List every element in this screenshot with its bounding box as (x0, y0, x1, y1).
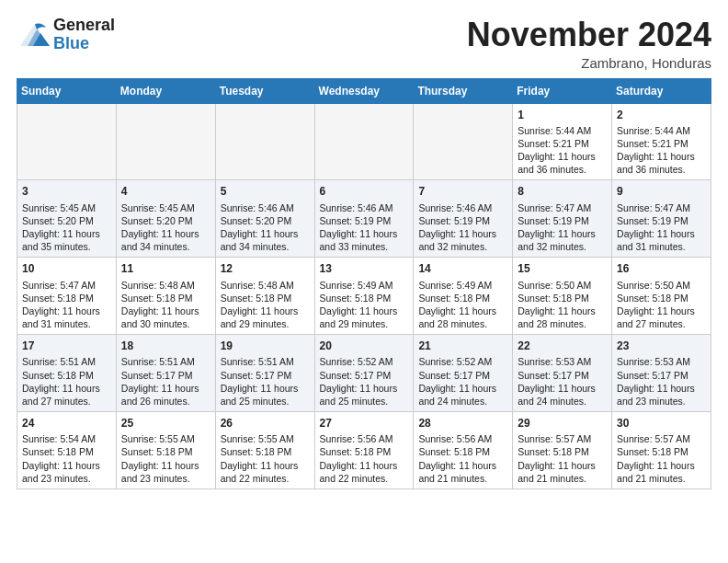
day-number: 7 (418, 184, 507, 199)
logo-label: General Blue (53, 17, 115, 53)
sunrise-text: Sunrise: 5:46 AM (418, 202, 492, 213)
sunset-text: Sunset: 5:21 PM (518, 138, 589, 149)
daylight-text: Daylight: 11 hours and 24 minutes. (418, 383, 496, 407)
location: Zambrano, Honduras (467, 55, 711, 71)
sunrise-text: Sunrise: 5:44 AM (617, 125, 690, 136)
sunset-text: Sunset: 5:17 PM (221, 370, 292, 381)
calendar-cell: 10Sunrise: 5:47 AMSunset: 5:18 PMDayligh… (17, 258, 117, 335)
daylight-text: Daylight: 11 hours and 28 minutes. (518, 305, 596, 329)
header-friday: Friday (513, 78, 612, 103)
daylight-text: Daylight: 11 hours and 23 minutes. (22, 460, 100, 484)
day-number: 4 (121, 184, 210, 199)
day-number: 29 (518, 416, 607, 431)
sunrise-text: Sunrise: 5:48 AM (221, 280, 294, 291)
calendar-cell: 24Sunrise: 5:54 AMSunset: 5:18 PMDayligh… (17, 412, 117, 489)
sunrise-text: Sunrise: 5:49 AM (320, 280, 393, 291)
sunset-text: Sunset: 5:18 PM (320, 293, 392, 304)
sunset-text: Sunset: 5:18 PM (418, 446, 490, 457)
logo: General Blue (17, 17, 115, 53)
daylight-text: Daylight: 11 hours and 36 minutes. (518, 151, 596, 175)
sunset-text: Sunset: 5:18 PM (121, 293, 193, 304)
daylight-text: Daylight: 11 hours and 31 minutes. (22, 305, 100, 329)
daylight-text: Daylight: 11 hours and 23 minutes. (617, 383, 695, 407)
daylight-text: Daylight: 11 hours and 23 minutes. (121, 460, 199, 484)
sunrise-text: Sunrise: 5:46 AM (320, 202, 393, 213)
day-number: 8 (518, 184, 607, 199)
day-number: 16 (617, 261, 706, 276)
day-number: 14 (418, 261, 507, 276)
daylight-text: Daylight: 11 hours and 29 minutes. (221, 305, 299, 329)
sunrise-text: Sunrise: 5:50 AM (518, 280, 591, 291)
calendar-cell: 7Sunrise: 5:46 AMSunset: 5:19 PMDaylight… (414, 180, 513, 258)
calendar-cell (414, 103, 513, 180)
calendar-cell: 20Sunrise: 5:52 AMSunset: 5:17 PMDayligh… (314, 335, 414, 412)
day-number: 11 (121, 261, 210, 276)
day-number: 10 (22, 261, 111, 276)
sunrise-text: Sunrise: 5:51 AM (121, 356, 195, 367)
day-number: 24 (22, 416, 111, 431)
sunrise-text: Sunrise: 5:50 AM (617, 280, 690, 291)
sunset-text: Sunset: 5:17 PM (617, 370, 688, 381)
calendar-cell: 23Sunrise: 5:53 AMSunset: 5:17 PMDayligh… (612, 335, 711, 412)
sunset-text: Sunset: 5:20 PM (121, 215, 193, 226)
sunset-text: Sunset: 5:17 PM (418, 370, 490, 381)
week-row-5: 24Sunrise: 5:54 AMSunset: 5:18 PMDayligh… (17, 412, 711, 489)
calendar-cell: 11Sunrise: 5:48 AMSunset: 5:18 PMDayligh… (116, 258, 215, 335)
sunrise-text: Sunrise: 5:57 AM (518, 433, 591, 444)
day-number: 30 (617, 416, 706, 431)
sunrise-text: Sunrise: 5:55 AM (121, 433, 195, 444)
day-number: 13 (320, 261, 409, 276)
day-number: 18 (121, 339, 210, 353)
calendar-cell: 15Sunrise: 5:50 AMSunset: 5:18 PMDayligh… (513, 258, 612, 335)
sunset-text: Sunset: 5:19 PM (418, 215, 490, 226)
calendar-cell: 27Sunrise: 5:56 AMSunset: 5:18 PMDayligh… (314, 412, 414, 489)
header-thursday: Thursday (414, 78, 513, 103)
day-number: 6 (320, 184, 409, 199)
calendar-cell: 30Sunrise: 5:57 AMSunset: 5:18 PMDayligh… (612, 412, 711, 489)
logo-icon (17, 20, 51, 50)
sunset-text: Sunset: 5:17 PM (518, 370, 589, 381)
sunrise-text: Sunrise: 5:48 AM (121, 280, 195, 291)
calendar-cell: 5Sunrise: 5:46 AMSunset: 5:20 PMDaylight… (215, 180, 314, 258)
day-number: 19 (221, 339, 310, 353)
sunrise-text: Sunrise: 5:57 AM (617, 433, 690, 444)
day-number: 26 (221, 416, 310, 431)
calendar-cell: 18Sunrise: 5:51 AMSunset: 5:17 PMDayligh… (116, 335, 215, 412)
sunset-text: Sunset: 5:18 PM (418, 293, 490, 304)
calendar-cell: 19Sunrise: 5:51 AMSunset: 5:17 PMDayligh… (215, 335, 314, 412)
calendar-cell: 28Sunrise: 5:56 AMSunset: 5:18 PMDayligh… (414, 412, 513, 489)
sunrise-text: Sunrise: 5:56 AM (320, 433, 393, 444)
calendar-table: Sunday Monday Tuesday Wednesday Thursday… (17, 78, 711, 489)
daylight-text: Daylight: 11 hours and 34 minutes. (121, 228, 199, 252)
daylight-text: Daylight: 11 hours and 30 minutes. (121, 305, 199, 329)
day-number: 15 (518, 261, 607, 276)
sunrise-text: Sunrise: 5:51 AM (221, 356, 294, 367)
calendar-header: Sunday Monday Tuesday Wednesday Thursday… (17, 78, 711, 103)
calendar-cell (17, 103, 117, 180)
calendar-cell (314, 103, 414, 180)
logo-blue-text: Blue (53, 35, 115, 53)
calendar-cell: 21Sunrise: 5:52 AMSunset: 5:17 PMDayligh… (414, 335, 513, 412)
calendar-body: 1Sunrise: 5:44 AMSunset: 5:21 PMDaylight… (17, 103, 711, 488)
sunset-text: Sunset: 5:18 PM (121, 446, 193, 457)
daylight-text: Daylight: 11 hours and 27 minutes. (617, 305, 695, 329)
daylight-text: Daylight: 11 hours and 21 minutes. (617, 460, 695, 484)
calendar-cell: 14Sunrise: 5:49 AMSunset: 5:18 PMDayligh… (414, 258, 513, 335)
sunset-text: Sunset: 5:19 PM (617, 215, 688, 226)
daylight-text: Daylight: 11 hours and 21 minutes. (418, 460, 496, 484)
daylight-text: Daylight: 11 hours and 35 minutes. (22, 228, 100, 252)
sunset-text: Sunset: 5:18 PM (320, 446, 392, 457)
sunrise-text: Sunrise: 5:53 AM (617, 356, 690, 367)
calendar-cell: 2Sunrise: 5:44 AMSunset: 5:21 PMDaylight… (612, 103, 711, 180)
sunrise-text: Sunrise: 5:56 AM (418, 433, 492, 444)
sunset-text: Sunset: 5:20 PM (221, 215, 292, 226)
calendar-cell: 9Sunrise: 5:47 AMSunset: 5:19 PMDaylight… (612, 180, 711, 258)
sunset-text: Sunset: 5:17 PM (320, 370, 392, 381)
calendar-cell: 25Sunrise: 5:55 AMSunset: 5:18 PMDayligh… (116, 412, 215, 489)
sunset-text: Sunset: 5:19 PM (518, 215, 589, 226)
daylight-text: Daylight: 11 hours and 26 minutes. (121, 383, 199, 407)
day-number: 27 (320, 416, 409, 431)
calendar-cell: 3Sunrise: 5:45 AMSunset: 5:20 PMDaylight… (17, 180, 117, 258)
header: General Blue November 2024 Zambrano, Hon… (17, 17, 711, 71)
calendar-cell: 8Sunrise: 5:47 AMSunset: 5:19 PMDaylight… (513, 180, 612, 258)
